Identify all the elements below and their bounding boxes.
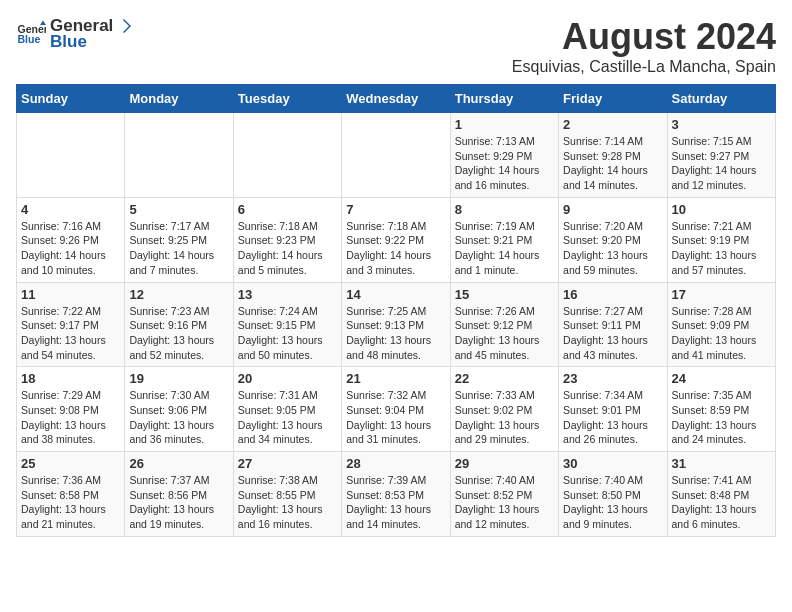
calendar-cell bbox=[17, 113, 125, 198]
logo-icon: General Blue bbox=[16, 19, 46, 49]
day-number: 10 bbox=[672, 202, 771, 217]
day-number: 23 bbox=[563, 371, 662, 386]
calendar-cell: 9Sunrise: 7:20 AM Sunset: 9:20 PM Daylig… bbox=[559, 197, 667, 282]
day-info: Sunrise: 7:18 AM Sunset: 9:23 PM Dayligh… bbox=[238, 219, 337, 278]
weekday-header-tuesday: Tuesday bbox=[233, 85, 341, 113]
weekday-header-row: SundayMondayTuesdayWednesdayThursdayFrid… bbox=[17, 85, 776, 113]
calendar-cell: 16Sunrise: 7:27 AM Sunset: 9:11 PM Dayli… bbox=[559, 282, 667, 367]
day-number: 28 bbox=[346, 456, 445, 471]
day-info: Sunrise: 7:21 AM Sunset: 9:19 PM Dayligh… bbox=[672, 219, 771, 278]
day-info: Sunrise: 7:17 AM Sunset: 9:25 PM Dayligh… bbox=[129, 219, 228, 278]
day-number: 4 bbox=[21, 202, 120, 217]
day-number: 3 bbox=[672, 117, 771, 132]
calendar-cell: 7Sunrise: 7:18 AM Sunset: 9:22 PM Daylig… bbox=[342, 197, 450, 282]
day-number: 11 bbox=[21, 287, 120, 302]
calendar-week-3: 11Sunrise: 7:22 AM Sunset: 9:17 PM Dayli… bbox=[17, 282, 776, 367]
calendar-cell: 26Sunrise: 7:37 AM Sunset: 8:56 PM Dayli… bbox=[125, 452, 233, 537]
weekday-header-wednesday: Wednesday bbox=[342, 85, 450, 113]
calendar-cell: 30Sunrise: 7:40 AM Sunset: 8:50 PM Dayli… bbox=[559, 452, 667, 537]
header: General Blue General Blue August 2024 Es… bbox=[16, 16, 776, 76]
weekday-header-thursday: Thursday bbox=[450, 85, 558, 113]
day-info: Sunrise: 7:20 AM Sunset: 9:20 PM Dayligh… bbox=[563, 219, 662, 278]
logo: General Blue General Blue bbox=[16, 16, 133, 52]
day-info: Sunrise: 7:24 AM Sunset: 9:15 PM Dayligh… bbox=[238, 304, 337, 363]
logo-chevron-icon bbox=[115, 17, 133, 35]
calendar-cell: 29Sunrise: 7:40 AM Sunset: 8:52 PM Dayli… bbox=[450, 452, 558, 537]
calendar-cell: 18Sunrise: 7:29 AM Sunset: 9:08 PM Dayli… bbox=[17, 367, 125, 452]
calendar-week-4: 18Sunrise: 7:29 AM Sunset: 9:08 PM Dayli… bbox=[17, 367, 776, 452]
calendar-cell: 2Sunrise: 7:14 AM Sunset: 9:28 PM Daylig… bbox=[559, 113, 667, 198]
day-info: Sunrise: 7:18 AM Sunset: 9:22 PM Dayligh… bbox=[346, 219, 445, 278]
day-info: Sunrise: 7:36 AM Sunset: 8:58 PM Dayligh… bbox=[21, 473, 120, 532]
day-info: Sunrise: 7:33 AM Sunset: 9:02 PM Dayligh… bbox=[455, 388, 554, 447]
calendar-cell bbox=[233, 113, 341, 198]
day-info: Sunrise: 7:32 AM Sunset: 9:04 PM Dayligh… bbox=[346, 388, 445, 447]
calendar-cell bbox=[125, 113, 233, 198]
day-number: 22 bbox=[455, 371, 554, 386]
day-number: 19 bbox=[129, 371, 228, 386]
calendar-cell: 5Sunrise: 7:17 AM Sunset: 9:25 PM Daylig… bbox=[125, 197, 233, 282]
calendar-header: SundayMondayTuesdayWednesdayThursdayFrid… bbox=[17, 85, 776, 113]
day-info: Sunrise: 7:19 AM Sunset: 9:21 PM Dayligh… bbox=[455, 219, 554, 278]
day-info: Sunrise: 7:31 AM Sunset: 9:05 PM Dayligh… bbox=[238, 388, 337, 447]
day-number: 7 bbox=[346, 202, 445, 217]
day-info: Sunrise: 7:13 AM Sunset: 9:29 PM Dayligh… bbox=[455, 134, 554, 193]
day-info: Sunrise: 7:27 AM Sunset: 9:11 PM Dayligh… bbox=[563, 304, 662, 363]
calendar-cell: 21Sunrise: 7:32 AM Sunset: 9:04 PM Dayli… bbox=[342, 367, 450, 452]
calendar-week-1: 1Sunrise: 7:13 AM Sunset: 9:29 PM Daylig… bbox=[17, 113, 776, 198]
calendar-cell: 20Sunrise: 7:31 AM Sunset: 9:05 PM Dayli… bbox=[233, 367, 341, 452]
day-number: 17 bbox=[672, 287, 771, 302]
subtitle: Esquivias, Castille-La Mancha, Spain bbox=[512, 58, 776, 76]
calendar-cell: 14Sunrise: 7:25 AM Sunset: 9:13 PM Dayli… bbox=[342, 282, 450, 367]
day-info: Sunrise: 7:28 AM Sunset: 9:09 PM Dayligh… bbox=[672, 304, 771, 363]
day-number: 14 bbox=[346, 287, 445, 302]
day-number: 1 bbox=[455, 117, 554, 132]
day-number: 26 bbox=[129, 456, 228, 471]
day-number: 31 bbox=[672, 456, 771, 471]
day-info: Sunrise: 7:37 AM Sunset: 8:56 PM Dayligh… bbox=[129, 473, 228, 532]
day-info: Sunrise: 7:26 AM Sunset: 9:12 PM Dayligh… bbox=[455, 304, 554, 363]
day-number: 30 bbox=[563, 456, 662, 471]
day-number: 29 bbox=[455, 456, 554, 471]
svg-text:Blue: Blue bbox=[18, 33, 41, 45]
calendar-week-5: 25Sunrise: 7:36 AM Sunset: 8:58 PM Dayli… bbox=[17, 452, 776, 537]
weekday-header-monday: Monday bbox=[125, 85, 233, 113]
day-info: Sunrise: 7:34 AM Sunset: 9:01 PM Dayligh… bbox=[563, 388, 662, 447]
day-info: Sunrise: 7:35 AM Sunset: 8:59 PM Dayligh… bbox=[672, 388, 771, 447]
calendar-cell: 23Sunrise: 7:34 AM Sunset: 9:01 PM Dayli… bbox=[559, 367, 667, 452]
calendar-cell: 10Sunrise: 7:21 AM Sunset: 9:19 PM Dayli… bbox=[667, 197, 775, 282]
calendar-cell: 28Sunrise: 7:39 AM Sunset: 8:53 PM Dayli… bbox=[342, 452, 450, 537]
day-info: Sunrise: 7:40 AM Sunset: 8:50 PM Dayligh… bbox=[563, 473, 662, 532]
day-info: Sunrise: 7:40 AM Sunset: 8:52 PM Dayligh… bbox=[455, 473, 554, 532]
main-title: August 2024 bbox=[512, 16, 776, 58]
day-info: Sunrise: 7:23 AM Sunset: 9:16 PM Dayligh… bbox=[129, 304, 228, 363]
day-number: 9 bbox=[563, 202, 662, 217]
day-info: Sunrise: 7:22 AM Sunset: 9:17 PM Dayligh… bbox=[21, 304, 120, 363]
weekday-header-friday: Friday bbox=[559, 85, 667, 113]
day-number: 16 bbox=[563, 287, 662, 302]
calendar-cell: 19Sunrise: 7:30 AM Sunset: 9:06 PM Dayli… bbox=[125, 367, 233, 452]
calendar-week-2: 4Sunrise: 7:16 AM Sunset: 9:26 PM Daylig… bbox=[17, 197, 776, 282]
calendar: SundayMondayTuesdayWednesdayThursdayFrid… bbox=[16, 84, 776, 537]
day-number: 25 bbox=[21, 456, 120, 471]
day-number: 12 bbox=[129, 287, 228, 302]
day-number: 24 bbox=[672, 371, 771, 386]
weekday-header-sunday: Sunday bbox=[17, 85, 125, 113]
calendar-cell: 22Sunrise: 7:33 AM Sunset: 9:02 PM Dayli… bbox=[450, 367, 558, 452]
calendar-cell: 4Sunrise: 7:16 AM Sunset: 9:26 PM Daylig… bbox=[17, 197, 125, 282]
calendar-cell: 6Sunrise: 7:18 AM Sunset: 9:23 PM Daylig… bbox=[233, 197, 341, 282]
calendar-body: 1Sunrise: 7:13 AM Sunset: 9:29 PM Daylig… bbox=[17, 113, 776, 537]
calendar-cell: 17Sunrise: 7:28 AM Sunset: 9:09 PM Dayli… bbox=[667, 282, 775, 367]
day-info: Sunrise: 7:30 AM Sunset: 9:06 PM Dayligh… bbox=[129, 388, 228, 447]
day-number: 13 bbox=[238, 287, 337, 302]
day-number: 27 bbox=[238, 456, 337, 471]
calendar-cell: 15Sunrise: 7:26 AM Sunset: 9:12 PM Dayli… bbox=[450, 282, 558, 367]
day-number: 20 bbox=[238, 371, 337, 386]
calendar-cell: 24Sunrise: 7:35 AM Sunset: 8:59 PM Dayli… bbox=[667, 367, 775, 452]
calendar-cell: 13Sunrise: 7:24 AM Sunset: 9:15 PM Dayli… bbox=[233, 282, 341, 367]
day-info: Sunrise: 7:14 AM Sunset: 9:28 PM Dayligh… bbox=[563, 134, 662, 193]
calendar-cell: 27Sunrise: 7:38 AM Sunset: 8:55 PM Dayli… bbox=[233, 452, 341, 537]
day-info: Sunrise: 7:41 AM Sunset: 8:48 PM Dayligh… bbox=[672, 473, 771, 532]
day-number: 21 bbox=[346, 371, 445, 386]
day-info: Sunrise: 7:39 AM Sunset: 8:53 PM Dayligh… bbox=[346, 473, 445, 532]
